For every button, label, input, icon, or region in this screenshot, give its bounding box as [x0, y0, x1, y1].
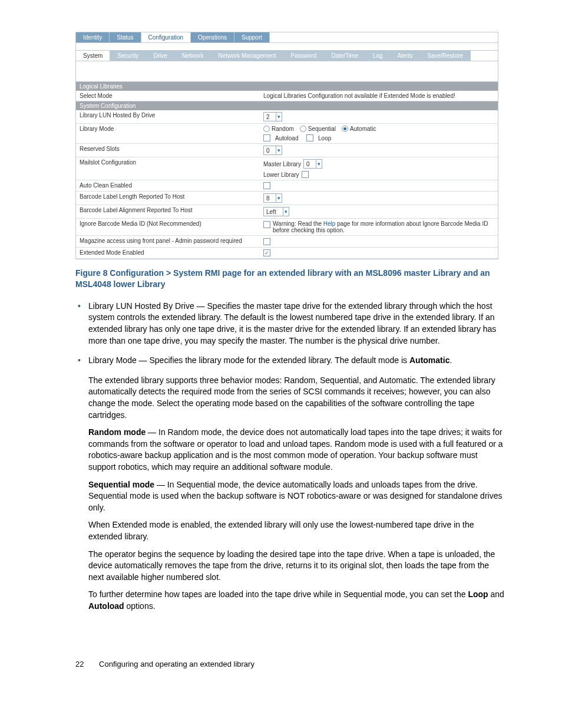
ignore-barcode-warning: Warning: Read the Help page for more inf…	[273, 220, 494, 233]
tab-operations[interactable]: Operations	[191, 32, 234, 42]
label-library-mode: Library Mode	[76, 124, 260, 144]
chevron-down-icon: ▾	[276, 146, 282, 154]
select-mailslot-master-value: 0	[304, 161, 316, 167]
chevron-down-icon: ▾	[276, 194, 282, 202]
doc-paragraph: The operator begins the sequence by load…	[88, 549, 504, 584]
chevron-down-icon: ▾	[276, 113, 282, 121]
label-barcode-length: Barcode Label Length Reported To Host	[76, 192, 260, 205]
config-system-screenshot: Identity Status Configuration Operations…	[75, 32, 498, 259]
label-reserved-slots: Reserved Slots	[76, 144, 260, 157]
tab-configuration[interactable]: Configuration	[141, 32, 191, 42]
select-reserved-slots[interactable]: 0 ▾	[263, 146, 282, 155]
radio-automatic-label: Automatic	[350, 126, 376, 132]
list-item: Library LUN Hosted By Drive — Specifies …	[75, 301, 504, 347]
select-barcode-align[interactable]: Left ▾	[263, 207, 289, 216]
tab-network-management[interactable]: Network Management	[211, 51, 284, 61]
tab-log[interactable]: Log	[366, 51, 391, 61]
label-select-mode: Select Mode	[76, 91, 260, 101]
radio-random[interactable]: Random	[263, 126, 294, 132]
figure-caption: Figure 8 Configuration > System RMI page…	[75, 268, 504, 290]
label-auto-clean: Auto Clean Enabled	[76, 180, 260, 192]
label-magazine-access: Magazine access using front panel - Admi…	[76, 236, 260, 247]
label-barcode-align: Barcode Label Alignment Reported To Host	[76, 205, 260, 219]
radio-icon	[263, 126, 270, 132]
section-logical-libraries: Logical Libraries	[76, 82, 498, 91]
doc-paragraph: Sequential mode — In Sequential mode, th…	[88, 479, 504, 514]
radio-sequential-label: Sequential	[308, 126, 336, 132]
tab-save-restore[interactable]: Save/Restore	[420, 51, 471, 61]
tab-system[interactable]: System	[76, 51, 110, 61]
checkbox-auto-clean[interactable]	[263, 182, 270, 189]
select-barcode-length-value: 8	[264, 195, 276, 202]
help-link[interactable]: Help	[323, 220, 336, 227]
radio-automatic[interactable]: Automatic	[342, 126, 376, 132]
label-extended-mode: Extended Mode Enabled	[76, 247, 260, 258]
label-ignore-barcode: Ignore Barcode Media ID (Not Recommended…	[76, 219, 260, 236]
note-select-mode: Logical Libraries Configuration not avai…	[260, 91, 498, 101]
tab-password[interactable]: Password	[283, 51, 324, 61]
select-library-lun[interactable]: 2 ▾	[263, 112, 282, 121]
select-barcode-length[interactable]: 8 ▾	[263, 193, 282, 203]
doc-bullet-list: Library LUN Hosted By Drive — Specifies …	[75, 301, 504, 367]
tab-security[interactable]: Security	[110, 51, 146, 61]
doc-paragraph: When Extended mode is enabled, the exten…	[88, 519, 504, 542]
checkbox-mailslot-lower[interactable]	[302, 171, 309, 178]
checkbox-extended-mode[interactable]: ✓	[263, 249, 270, 256]
tab-identity[interactable]: Identity	[76, 32, 110, 42]
select-library-lun-value: 2	[264, 114, 276, 120]
radio-icon	[342, 126, 348, 132]
tab-drive[interactable]: Drive	[146, 51, 174, 61]
page-footer: 22 Configuring and operating an extended…	[75, 660, 504, 668]
label-mailslot: Mailslot Configuration	[76, 157, 260, 180]
chevron-down-icon: ▾	[316, 160, 322, 168]
checkbox-loop-label: Loop	[318, 135, 331, 141]
chevron-down-icon: ▾	[283, 207, 289, 216]
mailslot-master-label: Master Library	[263, 161, 301, 167]
doc-paragraph: The extended library supports three beha…	[88, 375, 504, 421]
page-footer-title: Configuring and operating an extended li…	[99, 660, 254, 668]
section-system-configuration: System Configuration	[76, 101, 498, 110]
tab-network[interactable]: Network	[175, 51, 211, 61]
checkbox-loop[interactable]	[306, 134, 313, 141]
doc-paragraph: Random mode — In Random mode, the device…	[88, 427, 504, 473]
tab-datetime[interactable]: Date/Time	[324, 51, 366, 61]
checkbox-autoload[interactable]	[263, 134, 270, 141]
checkbox-magazine-access[interactable]	[263, 238, 270, 245]
mailslot-lower-label: Lower Library	[263, 172, 299, 178]
doc-paragraph: To further determine how tapes are loade…	[88, 589, 504, 612]
radio-random-label: Random	[272, 126, 294, 132]
label-library-lun: Library LUN Hosted By Drive	[76, 110, 260, 124]
tab-support[interactable]: Support	[234, 32, 270, 42]
secondary-tabs: System Security Drive Network Network Ma…	[76, 51, 498, 61]
tab-status[interactable]: Status	[110, 32, 141, 42]
select-mailslot-master[interactable]: 0 ▾	[303, 159, 322, 169]
primary-tabs: Identity Status Configuration Operations…	[76, 32, 498, 43]
checkbox-autoload-label: Autoload	[275, 135, 298, 141]
radio-sequential[interactable]: Sequential	[300, 126, 336, 132]
list-item: Library Mode — Specifies the library mod…	[75, 355, 504, 367]
select-reserved-slots-value: 0	[264, 147, 276, 154]
tab-alerts[interactable]: Alerts	[391, 51, 421, 61]
page-number: 22	[75, 660, 84, 668]
radio-icon	[300, 126, 306, 132]
checkbox-ignore-barcode[interactable]	[263, 221, 270, 228]
select-barcode-align-value: Left	[264, 209, 283, 215]
